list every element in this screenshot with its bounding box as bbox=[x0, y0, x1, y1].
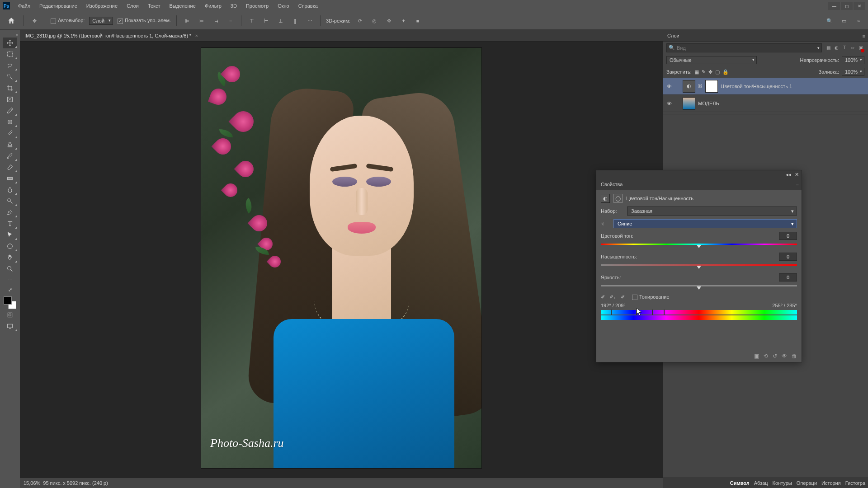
hue-range-strip-bottom[interactable] bbox=[601, 315, 797, 320]
crop-tool[interactable] bbox=[3, 83, 17, 94]
menu-view[interactable]: Просмотр bbox=[241, 0, 273, 12]
autoselect-target-dropdown[interactable]: Слой bbox=[89, 17, 113, 25]
menu-window[interactable]: Окно bbox=[273, 0, 294, 12]
collapse-panel-icon[interactable]: ◂◂ bbox=[786, 172, 791, 178]
align-bottom-icon[interactable]: ⊥ bbox=[276, 16, 286, 26]
search-icon[interactable]: 🔍 bbox=[825, 16, 835, 26]
filter-toggle-icon[interactable] bbox=[861, 49, 864, 52]
panel-menu-icon[interactable]: ≡ bbox=[863, 33, 865, 39]
lock-transparency-icon[interactable]: ▦ bbox=[694, 69, 699, 75]
show-controls-checkbox[interactable]: Показать упр. элем. bbox=[118, 18, 171, 23]
menu-image[interactable]: Изображение bbox=[82, 0, 122, 12]
tab-paths[interactable]: Контуры bbox=[773, 480, 792, 486]
document-canvas[interactable]: Photo-Sasha.ru bbox=[201, 48, 481, 468]
layer-mask-thumbnail[interactable] bbox=[705, 80, 718, 93]
filter-shape-icon[interactable]: ▱ bbox=[849, 44, 856, 52]
saturation-slider[interactable] bbox=[601, 264, 797, 267]
quick-select-tool[interactable] bbox=[3, 71, 17, 82]
home-button[interactable] bbox=[5, 14, 18, 28]
more-align-icon[interactable]: ⋯ bbox=[305, 16, 315, 26]
document-tab-close-icon[interactable]: × bbox=[195, 33, 198, 38]
tab-history[interactable]: История bbox=[821, 480, 841, 486]
type-tool[interactable] bbox=[3, 218, 17, 229]
minimize-button[interactable]: — bbox=[828, 2, 840, 10]
3d-roll-icon[interactable]: ◎ bbox=[369, 16, 379, 26]
panel-menu-icon[interactable]: ≡ bbox=[796, 182, 799, 188]
align-right-icon[interactable]: ⫤ bbox=[211, 16, 221, 26]
menu-file[interactable]: Файл bbox=[14, 0, 35, 12]
eyedropper-minus-icon[interactable]: ✐₋ bbox=[621, 294, 627, 300]
colorize-checkbox[interactable]: Тонирование bbox=[632, 294, 670, 300]
quickmask-tool[interactable] bbox=[3, 310, 17, 320]
screenmode-tool[interactable] bbox=[3, 321, 17, 332]
targeted-adjust-icon[interactable]: ☟ bbox=[601, 221, 610, 227]
distribute-icon[interactable]: ≡ bbox=[226, 16, 236, 26]
filter-type-icon[interactable]: T bbox=[841, 44, 848, 52]
hue-value[interactable]: 0 bbox=[779, 232, 797, 240]
layer-name[interactable]: Цветовой тон/Насыщенность 1 bbox=[721, 84, 792, 89]
collapse-toolbar-icon[interactable]: » bbox=[16, 33, 18, 37]
align-center-icon[interactable]: ⊨ bbox=[197, 16, 207, 26]
lasso-tool[interactable] bbox=[3, 60, 17, 71]
lock-image-icon[interactable]: ✎ bbox=[702, 69, 706, 75]
frame-tool[interactable] bbox=[3, 94, 17, 105]
lightness-slider[interactable] bbox=[601, 285, 797, 288]
align-top-icon[interactable]: ⊤ bbox=[247, 16, 257, 26]
visibility-toggle-icon[interactable]: 👁 bbox=[665, 100, 673, 107]
lightness-value[interactable]: 0 bbox=[779, 273, 797, 282]
menu-filter[interactable]: Фильтр bbox=[200, 0, 226, 12]
move-tool[interactable] bbox=[3, 38, 17, 48]
hand-tool[interactable] bbox=[3, 252, 17, 263]
previous-state-icon[interactable]: ⟲ bbox=[764, 353, 768, 359]
blend-mode-dropdown[interactable]: Обычные bbox=[666, 56, 757, 64]
brush-tool[interactable] bbox=[3, 128, 17, 139]
healing-tool[interactable] bbox=[3, 117, 17, 127]
pen-tool[interactable] bbox=[3, 207, 17, 218]
layer-name[interactable]: МОДЕЛЬ bbox=[698, 101, 719, 106]
close-panel-icon[interactable]: ✕ bbox=[795, 172, 799, 178]
maximize-button[interactable]: ◻ bbox=[841, 2, 853, 10]
layers-panel-header[interactable]: Слои ≡ bbox=[663, 30, 868, 42]
menu-select[interactable]: Выделение bbox=[165, 0, 200, 12]
toggle-visibility-icon[interactable]: 👁 bbox=[782, 353, 787, 359]
3d-slide-icon[interactable]: ✦ bbox=[398, 16, 408, 26]
mask-icon[interactable]: ◯ bbox=[613, 194, 623, 203]
visibility-toggle-icon[interactable]: 👁 bbox=[665, 83, 673, 90]
layer-item-adjustment[interactable]: 👁 ◐ ⛓ Цветовой тон/Насыщенность 1 bbox=[663, 78, 868, 95]
tab-actions[interactable]: Операци bbox=[797, 480, 817, 486]
align-left-icon[interactable]: ⊫ bbox=[182, 16, 192, 26]
eraser-tool[interactable] bbox=[3, 162, 17, 173]
delete-adjustment-icon[interactable]: 🗑 bbox=[792, 353, 797, 359]
link-icon[interactable]: ⛓ bbox=[698, 84, 703, 89]
close-button[interactable]: ✕ bbox=[854, 2, 865, 10]
menu-edit[interactable]: Редактирование bbox=[35, 0, 82, 12]
hue-range-strip-top[interactable] bbox=[601, 310, 797, 314]
menu-help[interactable]: Справка bbox=[294, 0, 322, 12]
stamp-tool[interactable] bbox=[3, 139, 17, 150]
hue-slider[interactable] bbox=[601, 244, 797, 246]
eyedropper-icon[interactable]: ✐ bbox=[601, 294, 605, 300]
workspace-layout-icon[interactable]: ▭ bbox=[839, 16, 849, 26]
align-middle-icon[interactable]: ⊢ bbox=[261, 16, 271, 26]
tab-character[interactable]: Символ bbox=[730, 480, 750, 486]
filter-pixel-icon[interactable]: ▦ bbox=[825, 44, 832, 52]
layer-thumbnail[interactable]: ◐ bbox=[683, 80, 695, 93]
menu-text[interactable]: Текст bbox=[143, 0, 165, 12]
tab-histogram[interactable]: Гистогра bbox=[845, 480, 865, 486]
eyedropper-plus-icon[interactable]: ✐₊ bbox=[609, 294, 616, 300]
lock-position-icon[interactable]: ✥ bbox=[708, 69, 712, 75]
history-brush-tool[interactable] bbox=[3, 150, 17, 161]
opacity-input[interactable]: 100% bbox=[842, 56, 864, 64]
foreground-background-colors[interactable] bbox=[4, 296, 16, 309]
layer-thumbnail[interactable] bbox=[683, 97, 695, 110]
lock-all-icon[interactable]: 🔒 bbox=[722, 69, 729, 75]
path-select-tool[interactable] bbox=[3, 230, 17, 240]
autoselect-checkbox[interactable]: Автовыбор: bbox=[51, 18, 85, 23]
eyedropper-tool[interactable] bbox=[3, 105, 17, 116]
layer-item-model[interactable]: 👁 МОДЕЛЬ bbox=[663, 95, 868, 112]
filter-adjust-icon[interactable]: ◐ bbox=[833, 44, 840, 52]
channel-dropdown[interactable]: Синие bbox=[613, 219, 797, 228]
marquee-tool[interactable] bbox=[3, 49, 17, 60]
fill-input[interactable]: 100% bbox=[842, 68, 864, 76]
3d-orbit-icon[interactable]: ⟳ bbox=[355, 16, 365, 26]
